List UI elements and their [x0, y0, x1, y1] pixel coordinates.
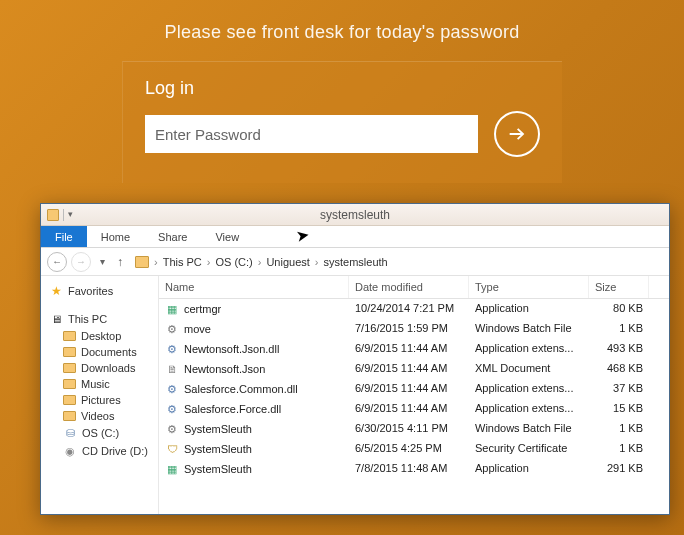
sidebar-item-folder[interactable]: Documents: [63, 344, 158, 360]
column-header-name[interactable]: Name: [159, 276, 349, 298]
sidebar-item-label: This PC: [68, 313, 107, 325]
sidebar-item-drive[interactable]: OS (C:): [63, 424, 158, 442]
file-name-cell[interactable]: Salesforce.Common.dll: [159, 379, 349, 399]
tab-share[interactable]: Share: [144, 226, 201, 247]
table-row[interactable]: Salesforce.Force.dll6/9/2015 11:44 AMApp…: [159, 399, 669, 419]
sidebar-item-favorites[interactable]: Favorites: [49, 282, 158, 300]
breadcrumb-item[interactable]: Uniguest: [266, 256, 309, 268]
file-type: Application: [469, 299, 589, 319]
folder-icon: [63, 411, 76, 421]
window-title: systemsleuth: [41, 208, 669, 222]
table-row[interactable]: SystemSleuth7/8/2015 11:48 AMApplication…: [159, 459, 669, 479]
tab-file[interactable]: File: [41, 226, 87, 247]
file-name: certmgr: [184, 303, 221, 315]
nav-bar: ← → ▾ ↑ › This PC › OS (C:) › Uniguest ›…: [41, 248, 669, 276]
tab-view[interactable]: View: [201, 226, 253, 247]
star-icon: [49, 284, 63, 298]
table-row[interactable]: SystemSleuth6/30/2015 4:11 PMWindows Bat…: [159, 419, 669, 439]
sidebar-item-label: OS (C:): [82, 427, 119, 439]
ribbon-tabs: File Home Share View: [41, 226, 669, 248]
sidebar-item-folder[interactable]: Videos: [63, 408, 158, 424]
file-type: Application extens...: [469, 339, 589, 359]
breadcrumb-item[interactable]: systemsleuth: [324, 256, 388, 268]
column-header-type[interactable]: Type: [469, 276, 589, 298]
file-name: SystemSleuth: [184, 423, 252, 435]
file-type: Security Certificate: [469, 439, 589, 459]
computer-icon: [49, 312, 63, 326]
file-explorer-window: ▾ systemsleuth File Home Share View ← → …: [40, 203, 670, 515]
breadcrumb-item[interactable]: OS (C:): [215, 256, 252, 268]
file-size: 1 KB: [589, 419, 649, 439]
sidebar-item-folder[interactable]: Desktop: [63, 328, 158, 344]
back-button[interactable]: ←: [47, 252, 67, 272]
file-name-cell[interactable]: SystemSleuth: [159, 419, 349, 439]
sidebar-item-label: Documents: [81, 346, 137, 358]
table-row[interactable]: Newtonsoft.Json.dll6/9/2015 11:44 AMAppl…: [159, 339, 669, 359]
file-name-cell[interactable]: Newtonsoft.Json.dll: [159, 339, 349, 359]
file-name-cell[interactable]: SystemSleuth: [159, 439, 349, 459]
up-button[interactable]: ↑: [113, 255, 127, 269]
file-type: Application extens...: [469, 399, 589, 419]
sidebar-item-label: CD Drive (D:): [82, 445, 148, 457]
sidebar-item-label: Videos: [81, 410, 114, 422]
table-row[interactable]: Salesforce.Common.dll6/9/2015 11:44 AMAp…: [159, 379, 669, 399]
file-modified: 10/24/2014 7:21 PM: [349, 299, 469, 319]
column-header-modified[interactable]: Date modified: [349, 276, 469, 298]
folder-icon: [47, 209, 59, 221]
kiosk-message: Please see front desk for today's passwo…: [0, 0, 684, 43]
file-modified: 6/9/2015 11:44 AM: [349, 339, 469, 359]
chevron-right-icon: ›: [312, 256, 322, 268]
disc-icon: [63, 444, 77, 458]
breadcrumb: › This PC › OS (C:) › Uniguest › systems…: [135, 256, 388, 268]
file-size: 37 KB: [589, 379, 649, 399]
column-headers: Name Date modified Type Size: [159, 276, 669, 299]
table-row[interactable]: move7/16/2015 1:59 PMWindows Batch File1…: [159, 319, 669, 339]
file-size: 1 KB: [589, 439, 649, 459]
file-name-cell[interactable]: move: [159, 319, 349, 339]
folder-icon: [63, 363, 76, 373]
file-type: Windows Batch File: [469, 419, 589, 439]
file-name-cell[interactable]: Newtonsoft.Json: [159, 359, 349, 379]
forward-button[interactable]: →: [71, 252, 91, 272]
breadcrumb-item[interactable]: This PC: [163, 256, 202, 268]
dll-icon: [165, 342, 179, 356]
file-list: Name Date modified Type Size certmgr10/2…: [159, 276, 669, 514]
app-icon: [165, 302, 179, 316]
sidebar-item-label: Pictures: [81, 394, 121, 406]
title-bar[interactable]: ▾ systemsleuth: [41, 204, 669, 226]
table-row[interactable]: Newtonsoft.Json6/9/2015 11:44 AMXML Docu…: [159, 359, 669, 379]
qat-dropdown-icon[interactable]: ▾: [68, 209, 80, 221]
sidebar-item-label: Desktop: [81, 330, 121, 342]
file-size: 291 KB: [589, 459, 649, 479]
sidebar-item-label: Music: [81, 378, 110, 390]
history-dropdown[interactable]: ▾: [95, 252, 109, 272]
file-name-cell[interactable]: SystemSleuth: [159, 459, 349, 479]
file-type: Windows Batch File: [469, 319, 589, 339]
submit-button[interactable]: [494, 111, 540, 157]
file-name: Newtonsoft.Json: [184, 363, 265, 375]
sidebar-item-folder[interactable]: Music: [63, 376, 158, 392]
file-modified: 6/9/2015 11:44 AM: [349, 379, 469, 399]
file-modified: 7/16/2015 1:59 PM: [349, 319, 469, 339]
password-input[interactable]: [145, 115, 478, 153]
folder-icon: [63, 331, 76, 341]
sidebar-item-drive[interactable]: CD Drive (D:): [63, 442, 158, 460]
file-name-cell[interactable]: certmgr: [159, 299, 349, 319]
column-header-size[interactable]: Size: [589, 276, 649, 298]
file-name-cell[interactable]: Salesforce.Force.dll: [159, 399, 349, 419]
table-row[interactable]: certmgr10/24/2014 7:21 PMApplication80 K…: [159, 299, 669, 319]
file-name: Salesforce.Force.dll: [184, 403, 281, 415]
file-name: SystemSleuth: [184, 443, 252, 455]
dll-icon: [165, 402, 179, 416]
sidebar-item-folder[interactable]: Downloads: [63, 360, 158, 376]
sidebar-item-this-pc[interactable]: This PC: [49, 310, 158, 328]
table-row[interactable]: SystemSleuth6/5/2015 4:25 PMSecurity Cer…: [159, 439, 669, 459]
tab-home[interactable]: Home: [87, 226, 144, 247]
file-size: 493 KB: [589, 339, 649, 359]
folder-icon: [63, 379, 76, 389]
app-icon: [165, 462, 179, 476]
qat-sep-icon: [63, 209, 64, 221]
file-size: 1 KB: [589, 319, 649, 339]
sidebar-item-folder[interactable]: Pictures: [63, 392, 158, 408]
arrow-right-icon: [506, 123, 528, 145]
